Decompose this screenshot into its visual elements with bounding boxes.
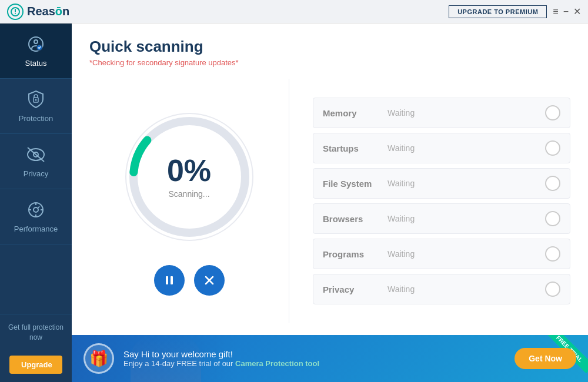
stop-button[interactable]	[194, 265, 225, 296]
upgrade-sidebar-button[interactable]: Upgrade	[9, 356, 62, 374]
scan-item-status-browsers: Waiting	[387, 214, 545, 223]
page-title: Quick scanning	[89, 38, 570, 56]
logo-icon	[7, 4, 24, 20]
get-protection-text: Get full protection now	[0, 314, 72, 351]
close-icon[interactable]: ✕	[573, 6, 581, 17]
circle-inner: 0% Scanning...	[167, 155, 211, 199]
scan-item-programs: Programs Waiting	[313, 239, 570, 269]
sidebar-item-privacy[interactable]: Privacy	[0, 134, 72, 189]
scan-item-status-startups: Waiting	[387, 143, 545, 153]
scan-item-circle-programs	[545, 246, 560, 262]
banner-sub-text: Enjoy a 14-day FREE trial of our Camera …	[123, 359, 505, 368]
scan-item-name-memory: Memory	[323, 108, 387, 118]
upgrade-premium-button[interactable]: UPGRADE TO PREMIUM	[449, 5, 547, 18]
sidebar-bottom: Get full protection now Upgrade	[0, 314, 72, 382]
scan-progress-circle: 0% Scanning...	[119, 106, 260, 247]
scan-item-status-memory: Waiting	[387, 108, 545, 118]
sidebar-label-status: Status	[25, 59, 47, 68]
svg-point-4	[34, 40, 38, 43]
titlebar: Reasōn UPGRADE TO PREMIUM ≡ − ✕	[0, 0, 588, 24]
svg-point-8	[35, 99, 37, 101]
banner-sub-prefix: Enjoy a 14-day FREE trial of our	[123, 359, 235, 368]
sidebar-item-protection[interactable]: Protection	[0, 79, 72, 134]
main-content: Quick scanning *Checking for secondary s…	[72, 24, 588, 382]
banner-text: Say Hi to your welcome gift! Enjoy a 14-…	[123, 349, 505, 368]
sidebar-label-protection: Protection	[19, 114, 54, 123]
subtitle-text: *Checking for secondary signature update…	[89, 58, 239, 67]
scan-item-circle-filesystem	[545, 176, 560, 191]
scan-item-name-browsers: Browsers	[323, 214, 387, 224]
get-now-button[interactable]: Get Now	[514, 348, 576, 369]
scan-item-status-programs: Waiting	[387, 249, 545, 259]
performance-icon	[26, 200, 46, 220]
promo-banner: 🎁 Say Hi to your welcome gift! Enjoy a 1…	[72, 335, 588, 382]
svg-point-2	[15, 13, 16, 14]
titlebar-right: UPGRADE TO PREMIUM ≡ − ✕	[449, 5, 581, 18]
scan-item-status-filesystem: Waiting	[387, 179, 545, 188]
scan-left: 0% Scanning...	[89, 79, 289, 323]
svg-rect-23	[171, 276, 173, 284]
scan-item-browsers: Browsers Waiting	[313, 203, 570, 234]
page-subtitle: *Checking for secondary signature update…	[89, 58, 570, 67]
status-icon	[26, 34, 46, 54]
scan-item-name-privacy: Privacy	[323, 284, 387, 294]
scan-item-circle-privacy	[545, 282, 560, 297]
sidebar-label-performance: Performance	[14, 224, 58, 233]
scan-items-list: Memory Waiting Startups Waiting File Sys…	[307, 79, 570, 323]
svg-point-13	[34, 207, 38, 212]
privacy-icon	[26, 145, 46, 165]
scan-item-status-privacy: Waiting	[387, 284, 545, 294]
svg-rect-22	[166, 276, 168, 284]
scan-item-privacy: Privacy Waiting	[313, 274, 570, 304]
scan-item-name-startups: Startups	[323, 143, 387, 153]
pause-button[interactable]	[154, 265, 185, 296]
scan-item-circle-startups	[545, 140, 560, 156]
banner-main-text: Say Hi to your welcome gift!	[123, 349, 505, 359]
sidebar-label-privacy: Privacy	[24, 169, 49, 178]
banner-gift-icon: 🎁	[83, 343, 114, 374]
sidebar-item-status[interactable]: Status	[0, 24, 72, 79]
scan-item-name-filesystem: File System	[323, 179, 387, 189]
scan-area: 0% Scanning...	[89, 79, 570, 323]
banner-sub-link: Camera Protection tool	[235, 359, 319, 368]
scan-item-startups: Startups Waiting	[313, 133, 570, 163]
protection-icon	[26, 89, 46, 109]
content-main: Quick scanning *Checking for secondary s…	[72, 24, 588, 335]
scanning-label: Scanning...	[167, 189, 211, 199]
window-controls: ≡ − ✕	[553, 6, 581, 17]
svg-line-11	[28, 148, 44, 162]
scan-item-name-programs: Programs	[323, 249, 387, 259]
app-body: Status Protection	[0, 24, 588, 382]
scan-item-filesystem: File System Waiting	[313, 168, 570, 199]
sidebar-item-performance[interactable]: Performance	[0, 189, 72, 244]
menu-icon[interactable]: ≡	[553, 6, 558, 17]
scan-item-memory: Memory Waiting	[313, 98, 570, 128]
scan-item-circle-memory	[545, 105, 560, 120]
scan-item-circle-browsers	[545, 211, 560, 226]
scan-buttons	[154, 265, 225, 296]
minimize-icon[interactable]: −	[563, 6, 569, 17]
scan-percent: 0%	[167, 155, 211, 186]
svg-line-18	[38, 206, 39, 208]
sidebar: Status Protection	[0, 24, 72, 382]
app-logo: Reasōn	[7, 4, 69, 20]
app-name: Reasōn	[27, 5, 69, 18]
